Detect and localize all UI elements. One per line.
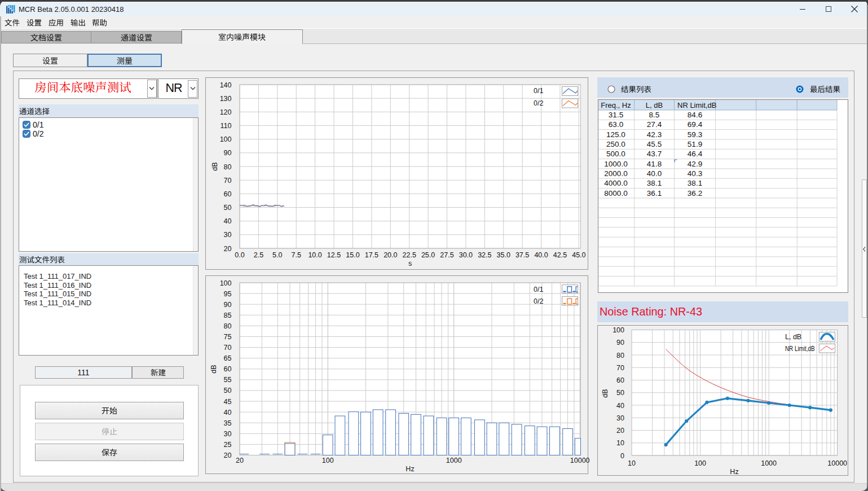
svg-text:10000: 10000 <box>827 459 847 467</box>
svg-text:59.3: 59.3 <box>688 130 702 139</box>
svg-text:20: 20 <box>224 245 232 253</box>
svg-text:120: 120 <box>220 108 232 116</box>
svg-text:90: 90 <box>616 339 624 347</box>
svg-text:20: 20 <box>224 451 232 459</box>
svg-text:30.0: 30.0 <box>459 251 473 259</box>
svg-text:0/1: 0/1 <box>534 286 543 293</box>
svg-text:35.0: 35.0 <box>497 251 510 259</box>
svg-text:1000.0: 1000.0 <box>604 160 627 168</box>
svg-text:40.0: 40.0 <box>534 251 548 259</box>
svg-text:100: 100 <box>220 135 232 143</box>
svg-text:63.0: 63.0 <box>609 120 623 129</box>
svg-text:0.0: 0.0 <box>235 251 244 259</box>
svg-text:8.5: 8.5 <box>649 111 660 119</box>
svg-text:31.5: 31.5 <box>609 111 623 119</box>
svg-text:25.0: 25.0 <box>421 251 435 259</box>
svg-text:12.5: 12.5 <box>327 251 341 259</box>
svg-text:100: 100 <box>322 457 334 464</box>
svg-text:51.9: 51.9 <box>688 140 702 148</box>
svg-text:85: 85 <box>224 312 232 319</box>
svg-text:43.7: 43.7 <box>647 150 662 158</box>
svg-text:80: 80 <box>616 352 624 360</box>
svg-text:Hz: Hz <box>730 468 738 476</box>
svg-text:45.0: 45.0 <box>572 251 585 259</box>
svg-text:110: 110 <box>221 122 232 130</box>
svg-text:4000.0: 4000.0 <box>604 179 627 187</box>
svg-text:84.6: 84.6 <box>688 111 702 119</box>
svg-text:36.2: 36.2 <box>688 189 702 198</box>
svg-text:130: 130 <box>220 95 232 103</box>
svg-text:dB: dB <box>211 162 219 170</box>
svg-text:17.5: 17.5 <box>365 251 378 259</box>
svg-text:42.9: 42.9 <box>688 160 702 168</box>
svg-text:55: 55 <box>224 376 232 384</box>
svg-text:75: 75 <box>224 333 232 341</box>
svg-text:90: 90 <box>224 301 232 309</box>
svg-text:20.0: 20.0 <box>384 251 397 259</box>
svg-text:70: 70 <box>224 177 232 185</box>
svg-text:100: 100 <box>220 279 232 287</box>
svg-text:37.5: 37.5 <box>515 251 529 259</box>
svg-text:60: 60 <box>224 190 232 198</box>
svg-text:0/2: 0/2 <box>534 297 543 305</box>
svg-text:2000.0: 2000.0 <box>604 169 627 178</box>
svg-text:dB: dB <box>601 389 609 397</box>
svg-text:Freq., Hz: Freq., Hz <box>601 101 631 109</box>
svg-text:50: 50 <box>224 204 232 212</box>
svg-text:69.4: 69.4 <box>688 120 703 129</box>
svg-text:5.0: 5.0 <box>272 251 282 259</box>
svg-text:40: 40 <box>224 409 232 417</box>
svg-text:1000: 1000 <box>446 457 462 464</box>
svg-text:80: 80 <box>224 163 232 171</box>
svg-text:70: 70 <box>224 344 232 352</box>
svg-text:10: 10 <box>628 459 636 467</box>
svg-text:125.0: 125.0 <box>606 130 625 139</box>
svg-text:25: 25 <box>224 441 232 449</box>
svg-text:40.3: 40.3 <box>688 169 702 178</box>
svg-text:41.8: 41.8 <box>647 160 662 168</box>
svg-text:70: 70 <box>616 364 624 372</box>
svg-text:100: 100 <box>613 326 624 334</box>
svg-text:35: 35 <box>224 419 232 427</box>
svg-text:30: 30 <box>224 231 232 239</box>
svg-text:0/1: 0/1 <box>534 87 543 95</box>
svg-text:42.3: 42.3 <box>647 130 662 139</box>
svg-text:7.5: 7.5 <box>292 251 301 259</box>
svg-text:2.5: 2.5 <box>254 251 263 259</box>
svg-text:10: 10 <box>616 439 624 447</box>
svg-text:500.0: 500.0 <box>606 150 625 158</box>
svg-text:42.5: 42.5 <box>553 251 567 259</box>
svg-text:15.0: 15.0 <box>346 251 359 259</box>
svg-text:30: 30 <box>616 414 624 422</box>
svg-text:s: s <box>408 260 412 268</box>
svg-text:27.5: 27.5 <box>440 251 453 259</box>
svg-text:80: 80 <box>224 322 232 330</box>
svg-text:90: 90 <box>224 149 232 157</box>
svg-text:Hz: Hz <box>406 465 414 473</box>
svg-text:46.4: 46.4 <box>688 150 703 158</box>
svg-text:10000: 10000 <box>570 457 590 464</box>
svg-text:100: 100 <box>694 459 706 467</box>
svg-text:45: 45 <box>224 398 232 406</box>
svg-text:8000.0: 8000.0 <box>604 189 627 198</box>
svg-text:32.5: 32.5 <box>478 251 491 259</box>
svg-text:L, dB: L, dB <box>646 101 663 109</box>
svg-text:36.1: 36.1 <box>647 189 662 198</box>
svg-text:NR Limit,dB: NR Limit,dB <box>677 101 716 109</box>
svg-text:140: 140 <box>220 81 232 89</box>
svg-text:40: 40 <box>616 402 624 410</box>
svg-text:38.1: 38.1 <box>647 179 662 187</box>
svg-text:dB: dB <box>210 365 218 373</box>
svg-text:60: 60 <box>616 376 624 384</box>
svg-text:20: 20 <box>616 427 624 435</box>
svg-text:50: 50 <box>224 387 232 394</box>
svg-text:60: 60 <box>224 365 232 373</box>
svg-text:40.0: 40.0 <box>647 169 662 178</box>
svg-text:0/2: 0/2 <box>534 99 543 107</box>
svg-text:20: 20 <box>236 457 244 464</box>
svg-text:30: 30 <box>224 430 232 438</box>
svg-text:38.1: 38.1 <box>688 179 702 187</box>
svg-text:45.5: 45.5 <box>647 140 662 148</box>
svg-text:250.0: 250.0 <box>606 140 625 148</box>
svg-text:L, dB: L, dB <box>785 333 801 341</box>
